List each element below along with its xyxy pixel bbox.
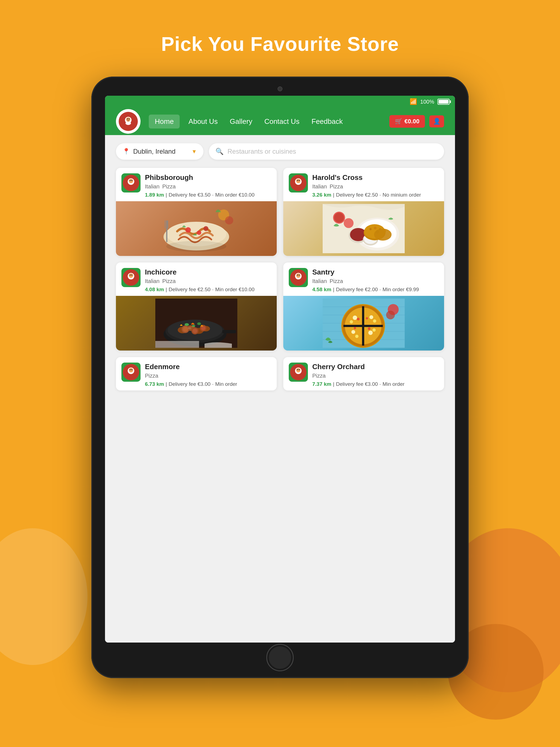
- store-card-santry[interactable]: Santry Italian Pizza 4.58 km | Delivery …: [283, 262, 444, 351]
- svg-point-6: [129, 179, 133, 183]
- svg-point-43: [130, 275, 131, 276]
- svg-point-7: [130, 180, 131, 181]
- store-card-header: Harold's Cross Italian Pizza 3.26 km | D…: [283, 168, 444, 201]
- store-tag: Italian: [312, 278, 327, 284]
- svg-point-2: [126, 117, 130, 122]
- store-card-phibsborough[interactable]: Phibsborough Italian Pizza 1.89 km | Del…: [116, 168, 277, 256]
- store-meta: 4.08 km | Delivery fee €2.50 · Min order…: [145, 287, 271, 292]
- location-dropdown[interactable]: 📍 Dublin, Ireland ▼: [116, 143, 203, 160]
- store-logo: [123, 269, 139, 286]
- nav-link-gallery[interactable]: Gallery: [224, 114, 258, 129]
- user-button[interactable]: 👤: [429, 115, 444, 127]
- delivery-fee: Delivery fee €3.00: [169, 381, 210, 387]
- cart-button[interactable]: 🛒 €0.00: [389, 115, 425, 128]
- store-card-harolds-cross[interactable]: Harold's Cross Italian Pizza 3.26 km | D…: [283, 168, 444, 256]
- store-logo: [290, 175, 307, 191]
- store-logo: [290, 269, 307, 286]
- svg-point-90: [354, 327, 356, 329]
- svg-point-91: [368, 327, 371, 330]
- svg-point-42: [129, 274, 133, 278]
- store-food-image: [116, 201, 277, 256]
- store-meta: 3.26 km | Delivery fee €2.50 · No minium…: [312, 192, 439, 198]
- store-meta: 7.37 km | Delivery fee €3.00 · Min order: [312, 381, 439, 387]
- delivery-fee: Delivery fee €3.00: [336, 381, 378, 387]
- svg-point-21: [296, 179, 301, 183]
- store-name: Harold's Cross: [312, 173, 439, 182]
- store-tags: Italian Pizza: [312, 278, 439, 284]
- store-logo: [123, 175, 139, 191]
- cart-icon: 🛒: [395, 118, 402, 125]
- store-tags: Pizza: [312, 373, 439, 379]
- store-info: Harold's Cross Italian Pizza 3.26 km | D…: [312, 173, 439, 198]
- store-tag: Pizza: [312, 373, 326, 379]
- svg-point-57: [193, 328, 198, 333]
- nav-link-feedback[interactable]: Feedback: [305, 114, 349, 129]
- svg-point-83: [373, 319, 376, 323]
- store-avatar: [289, 173, 308, 192]
- svg-point-13: [203, 226, 208, 231]
- store-card-cherry-orchard[interactable]: Cherry Orchard Pizza 7.37 km | Delivery …: [283, 357, 444, 390]
- home-button[interactable]: [266, 644, 294, 671]
- navigation-bar: Home About Us Gallery Contact Us Feedbac…: [105, 108, 455, 135]
- store-name: Phibsborough: [145, 173, 271, 182]
- store-avatar: [289, 363, 308, 382]
- svg-point-67: [297, 275, 298, 276]
- svg-point-88: [357, 318, 360, 320]
- store-avatar: [121, 173, 141, 192]
- svg-point-96: [130, 369, 131, 370]
- svg-point-85: [355, 335, 358, 338]
- svg-rect-14: [166, 221, 167, 242]
- nav-link-home[interactable]: Home: [149, 114, 180, 129]
- svg-point-37: [374, 229, 391, 241]
- battery-percent: 100%: [420, 99, 434, 105]
- store-distance: 1.89 km: [145, 192, 164, 198]
- tablet-bottom: [266, 643, 294, 678]
- status-bar: 📶 100%: [105, 96, 455, 108]
- store-card-edenmore[interactable]: Edenmore Pizza 6.73 km | Delivery fee €3…: [116, 357, 277, 390]
- delivery-fee: Delivery fee €2.50: [169, 287, 210, 292]
- pasta-illustration: [155, 204, 237, 253]
- store-food-image: [283, 296, 444, 351]
- store-tag: Pizza: [162, 183, 176, 190]
- logo-svg: [121, 114, 135, 128]
- store-meta: 1.89 km | Delivery fee €3.50 · Min order…: [145, 192, 271, 198]
- svg-point-84: [351, 330, 355, 334]
- battery-icon: [437, 99, 450, 105]
- store-card-inchicore[interactable]: Inchicore Italian Pizza 4.08 km | Delive…: [116, 262, 277, 351]
- search-box[interactable]: 🔍 Restaurants or cuisines: [209, 143, 444, 160]
- svg-rect-64: [155, 341, 199, 348]
- svg-point-62: [192, 325, 195, 327]
- svg-point-61: [197, 323, 201, 325]
- svg-rect-15: [165, 221, 166, 229]
- store-distance: 7.37 km: [312, 381, 331, 387]
- svg-point-59: [201, 326, 205, 330]
- svg-point-23: [299, 180, 300, 181]
- store-name: Edenmore: [145, 363, 271, 371]
- store-name: Santry: [312, 268, 439, 277]
- delivery-fee: Delivery fee €2.00: [336, 287, 378, 292]
- svg-point-22: [297, 180, 298, 181]
- nav-logo[interactable]: [116, 109, 141, 134]
- nav-link-contact[interactable]: Contact Us: [258, 114, 306, 129]
- store-info: Santry Italian Pizza 4.58 km | Delivery …: [312, 268, 439, 292]
- svg-point-82: [370, 315, 373, 319]
- svg-point-4: [128, 119, 130, 120]
- nav-actions: 🛒 €0.00 👤: [389, 115, 444, 128]
- store-name: Inchicore: [145, 268, 271, 277]
- wifi-icon: 📶: [410, 98, 417, 105]
- svg-point-86: [368, 331, 373, 335]
- delivery-fee: Delivery fee €3.50: [169, 192, 210, 198]
- tablet-camera: [278, 86, 282, 91]
- user-icon: 👤: [433, 118, 440, 125]
- store-meta: 6.73 km | Delivery fee €3.00 · Min order: [145, 381, 271, 387]
- store-tags: Italian Pizza: [145, 183, 271, 190]
- svg-point-19: [225, 216, 233, 225]
- svg-point-100: [297, 369, 298, 370]
- store-tag: Italian: [145, 183, 159, 190]
- nav-link-about[interactable]: About Us: [182, 114, 224, 129]
- min-order: Min order €9.99: [383, 287, 419, 292]
- svg-point-33: [370, 228, 372, 230]
- store-card-header: Edenmore Pizza 6.73 km | Delivery fee €3…: [116, 357, 277, 390]
- store-info: Cherry Orchard Pizza 7.37 km | Delivery …: [312, 363, 439, 387]
- svg-point-66: [296, 274, 301, 278]
